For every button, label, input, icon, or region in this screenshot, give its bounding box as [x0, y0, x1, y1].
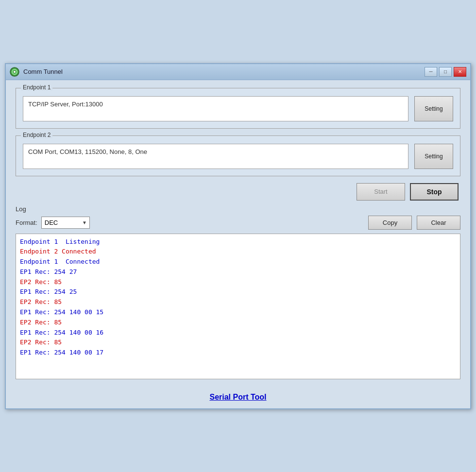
minimize-button[interactable]: ─ — [425, 67, 437, 77]
log-actions: Copy Clear — [368, 216, 460, 230]
app-icon — [10, 67, 19, 77]
format-select-wrapper: DEC HEX ASCII ▼ — [41, 217, 90, 229]
log-line: EP2 Rec: 85 — [20, 297, 456, 307]
window-title: Comm Tunnel — [23, 68, 63, 75]
format-select[interactable]: DEC HEX ASCII — [41, 217, 90, 229]
log-section: Log Format: DEC HEX ASCII ▼ Copy Clear E… — [16, 205, 460, 379]
title-bar-left: Comm Tunnel — [10, 67, 63, 77]
log-line: EP1 Rec: 254 140 00 16 — [20, 328, 456, 338]
serial-port-tool-link[interactable]: Serial Port Tool — [209, 393, 266, 401]
log-line: EP1 Rec: 254 25 — [20, 287, 456, 297]
endpoint1-row: TCP/IP Server, Port:13000 Setting — [23, 93, 453, 121]
log-controls: Format: DEC HEX ASCII ▼ Copy Clear — [16, 216, 460, 230]
start-button[interactable]: Start — [357, 183, 405, 201]
log-line: EP1 Rec: 254 140 00 15 — [20, 307, 456, 318]
content-area: Endpoint 1 TCP/IP Server, Port:13000 Set… — [6, 80, 470, 387]
clear-button[interactable]: Clear — [417, 216, 460, 230]
close-button[interactable]: ✕ — [454, 67, 466, 77]
window-controls: ─ □ ✕ — [425, 67, 466, 77]
log-line: Endpoint 2 Connected — [20, 247, 456, 257]
format-label: Format: — [16, 219, 37, 226]
stop-button[interactable]: Stop — [410, 183, 459, 201]
log-label: Log — [16, 205, 460, 213]
start-stop-row: Start Stop — [16, 183, 460, 201]
restore-button[interactable]: □ — [439, 67, 452, 77]
log-area[interactable]: Endpoint 1 ListeningEndpoint 2 Connected… — [16, 234, 460, 379]
log-line: EP1 Rec: 254 140 00 17 — [20, 348, 456, 358]
log-line: EP1 Rec: 254 27 — [20, 267, 456, 277]
title-bar: Comm Tunnel ─ □ ✕ — [6, 64, 470, 80]
endpoint1-value: TCP/IP Server, Port:13000 — [23, 96, 408, 121]
svg-point-2 — [14, 71, 16, 73]
endpoint1-label: Endpoint 1 — [21, 84, 52, 91]
endpoint2-group: Endpoint 2 COM Port, COM13, 115200, None… — [16, 135, 460, 176]
main-window: Comm Tunnel ─ □ ✕ Endpoint 1 TCP/IP Serv… — [5, 63, 471, 409]
log-line: EP2 Rec: 85 — [20, 277, 456, 287]
endpoint2-row: COM Port, COM13, 115200, None, 8, One Se… — [23, 141, 453, 169]
endpoint2-value: COM Port, COM13, 115200, None, 8, One — [23, 144, 408, 169]
log-line: EP2 Rec: 85 — [20, 337, 456, 348]
log-line: Endpoint 1 Connected — [20, 257, 456, 267]
endpoint1-group: Endpoint 1 TCP/IP Server, Port:13000 Set… — [16, 88, 460, 129]
endpoint2-label: Endpoint 2 — [21, 132, 52, 138]
log-line: Endpoint 1 Listening — [20, 237, 456, 247]
footer: Serial Port Tool — [6, 387, 470, 408]
log-line: EP2 Rec: 85 — [20, 318, 456, 328]
endpoint2-setting-button[interactable]: Setting — [414, 144, 453, 169]
copy-button[interactable]: Copy — [368, 216, 412, 230]
endpoint1-setting-button[interactable]: Setting — [414, 96, 453, 121]
